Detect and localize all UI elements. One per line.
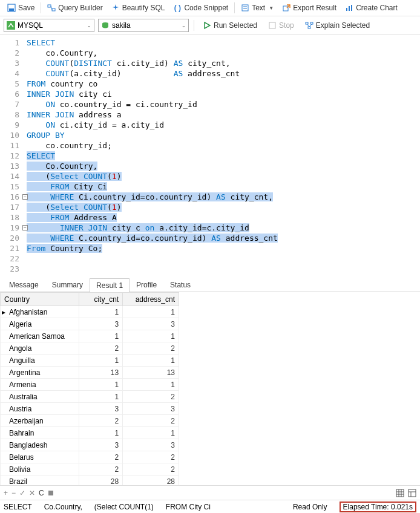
- save-button[interactable]: Save: [4, 2, 38, 13]
- svg-rect-20: [48, 491, 53, 495]
- apply-button[interactable]: ✓: [19, 489, 25, 497]
- engine-dropdown[interactable]: MYSQL ⌄: [4, 19, 94, 32]
- svg-rect-5: [242, 5, 248, 11]
- svg-line-19: [309, 24, 312, 27]
- tab-profile[interactable]: Profile: [130, 278, 163, 292]
- table-row[interactable]: American Samoa11: [1, 330, 179, 342]
- svg-rect-10: [349, 6, 350, 11]
- refresh-button[interactable]: C: [39, 489, 44, 497]
- tab-message[interactable]: Message: [2, 278, 45, 292]
- database-icon: [101, 21, 110, 30]
- svg-rect-15: [306, 22, 308, 24]
- table-row[interactable]: ▸Afghanistan11: [1, 306, 179, 318]
- beautify-button[interactable]: Beautify SQL: [108, 2, 169, 13]
- delete-row-button[interactable]: −: [11, 489, 16, 497]
- table-row[interactable]: Armenia11: [1, 379, 179, 391]
- chart-button[interactable]: Create Chart: [341, 2, 401, 13]
- result-tabs: Message Summary Result 1 Profile Status: [0, 278, 420, 292]
- status-q2: Co.Country,: [44, 503, 82, 511]
- snippet-button[interactable]: ( ) Code Snippet: [169, 2, 232, 13]
- beautify-label: Beautify SQL: [122, 4, 165, 12]
- main-toolbar: Save Query Builder Beautify SQL ( ) Code…: [0, 0, 420, 16]
- svg-rect-2: [48, 5, 51, 7]
- tab-status[interactable]: Status: [163, 278, 197, 292]
- save-icon: [7, 4, 16, 12]
- svg-rect-3: [52, 8, 55, 11]
- svg-rect-21: [396, 489, 404, 497]
- table-row[interactable]: Austria33: [1, 403, 179, 415]
- explain-icon: [305, 21, 313, 30]
- database-dropdown[interactable]: sakila ⌄: [98, 19, 189, 32]
- run-button[interactable]: Run Selected: [199, 20, 261, 31]
- export-label: Export Result: [293, 4, 336, 12]
- form-view-button[interactable]: [408, 489, 416, 497]
- export-icon: [282, 4, 290, 12]
- status-q3: (Select COUNT(1): [94, 503, 154, 511]
- svg-rect-17: [308, 27, 310, 28]
- svg-line-18: [307, 24, 309, 27]
- grid-toolbar: + − ✓ ✕ C: [0, 485, 420, 500]
- table-row[interactable]: Angola22: [1, 342, 179, 355]
- snippet-label: Code Snippet: [184, 4, 228, 12]
- table-row[interactable]: Bahrain11: [1, 427, 179, 439]
- chart-label: Create Chart: [356, 4, 398, 12]
- grid-view-button[interactable]: [396, 489, 404, 497]
- stop-icon: [268, 21, 277, 30]
- chevron-down-icon: ⌄: [87, 23, 91, 28]
- snippet-icon: ( ): [173, 4, 182, 12]
- svg-rect-16: [310, 22, 313, 24]
- table-row[interactable]: Bangladesh33: [1, 439, 179, 451]
- chart-icon: [345, 4, 353, 12]
- status-q4: FROM City Ci: [166, 503, 281, 511]
- status-q1: SELECT: [4, 503, 32, 511]
- elapsed-time: Elapsed Time: 0.021s: [340, 502, 416, 512]
- stop-label: Stop: [279, 21, 294, 30]
- chevron-down-icon: ▼: [269, 5, 274, 11]
- play-icon: [203, 21, 211, 30]
- svg-rect-1: [9, 8, 14, 11]
- tab-summary[interactable]: Summary: [45, 278, 90, 292]
- svg-rect-11: [351, 5, 352, 11]
- stop-button[interactable]: Stop: [264, 20, 298, 31]
- result-grid[interactable]: Country city_cnt address_cnt ▸Afghanista…: [0, 292, 420, 485]
- beautify-icon: [111, 4, 120, 12]
- svg-rect-26: [409, 489, 416, 497]
- table-row[interactable]: Brazil2828: [1, 475, 179, 486]
- text-label: Text: [252, 4, 265, 12]
- connection-bar: MYSQL ⌄ sakila ⌄ Run Selected Stop Expla…: [0, 16, 420, 35]
- status-bar: SELECT Co.Country, (Select COUNT(1) FROM…: [0, 500, 420, 513]
- sql-editor[interactable]: 12345678910111213141516−171819−20212223 …: [0, 35, 420, 278]
- svg-line-4: [51, 6, 52, 10]
- engine-value: MYSQL: [18, 21, 43, 30]
- table-row[interactable]: Argentina1313: [1, 367, 179, 379]
- text-icon: [241, 4, 249, 12]
- text-button[interactable]: Text ▼: [237, 2, 277, 13]
- query-builder-button[interactable]: Query Builder: [44, 2, 106, 13]
- table-row[interactable]: Azerbaijan22: [1, 415, 179, 427]
- table-row[interactable]: Anguilla11: [1, 355, 179, 367]
- col-city-cnt[interactable]: city_cnt: [79, 293, 122, 306]
- cancel-edit-button[interactable]: ✕: [29, 489, 35, 497]
- query-builder-label: Query Builder: [58, 4, 102, 12]
- table-row[interactable]: Australia12: [1, 391, 179, 403]
- mysql-icon: [7, 21, 15, 30]
- database-value: sakila: [112, 21, 131, 30]
- chevron-down-icon: ⌄: [182, 23, 186, 28]
- table-row[interactable]: Algeria33: [1, 318, 179, 330]
- stop-refresh-button[interactable]: [48, 490, 54, 496]
- svg-rect-9: [346, 8, 347, 11]
- explain-button[interactable]: Explain Selected: [301, 20, 373, 31]
- export-button[interactable]: Export Result: [278, 2, 340, 13]
- table-row[interactable]: Bolivia22: [1, 463, 179, 475]
- svg-rect-12: [7, 21, 15, 30]
- readonly-label: Read Only: [293, 503, 327, 511]
- save-label: Save: [18, 4, 34, 12]
- svg-rect-14: [269, 22, 275, 28]
- add-row-button[interactable]: +: [4, 489, 8, 497]
- tab-result[interactable]: Result 1: [90, 278, 130, 292]
- table-row[interactable]: Belarus22: [1, 451, 179, 463]
- explain-label: Explain Selected: [316, 21, 370, 30]
- run-label: Run Selected: [214, 21, 257, 30]
- col-address-cnt[interactable]: address_cnt: [123, 293, 179, 306]
- col-country[interactable]: Country: [1, 293, 79, 306]
